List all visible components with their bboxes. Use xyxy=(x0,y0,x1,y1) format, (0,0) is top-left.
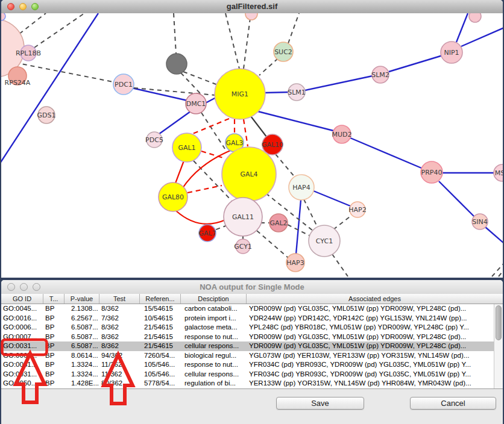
table-cell[interactable]: 1.3324... xyxy=(65,360,99,370)
network-node-label: SUC2 xyxy=(274,48,292,56)
table-cell[interactable]: BP xyxy=(43,314,65,323)
table-cell[interactable]: YER133W (pp) YOR315W, YNL145W (pd) YHR08… xyxy=(247,379,494,388)
table-cell[interactable]: cellular respons... xyxy=(181,370,247,379)
table-scrollbar[interactable] xyxy=(494,304,503,388)
column-header-associatededges[interactable]: Associated edges xyxy=(247,294,503,304)
table-cell[interactable]: YDR009W (pd) YGL035C, YML051W (pp) YDR00… xyxy=(247,304,494,314)
column-header-t[interactable]: T... xyxy=(43,294,65,304)
table-cell[interactable]: carbon cataboli... xyxy=(181,304,247,314)
scrollbar-thumb[interactable] xyxy=(496,305,502,340)
table-cell[interactable]: BP xyxy=(43,360,65,370)
table-cell[interactable]: 8/362 xyxy=(99,332,140,342)
network-node[interactable] xyxy=(166,54,187,74)
table-cell[interactable]: 6.5087... xyxy=(65,332,99,342)
network-edge xyxy=(332,254,348,276)
table-cell[interactable]: 1.428E... xyxy=(65,379,99,388)
table-cell[interactable]: BP xyxy=(43,332,65,342)
results-table: GO IDT...P-valueTestReferen...Desciption… xyxy=(1,294,503,388)
column-header-test[interactable]: Test xyxy=(99,294,140,304)
network-node-label: HAP4 xyxy=(292,184,310,192)
table-row[interactable]: GO:0016...BP6.2567...7/36210/54615protei… xyxy=(1,314,494,323)
table-cell[interactable]: 8/362 xyxy=(99,323,140,332)
table-cell[interactable]: BP xyxy=(43,351,65,361)
table-row[interactable]: GO:0045...BP2.1308...8/36215/54615carbon… xyxy=(1,304,494,314)
table-cell[interactable]: GO:0016... xyxy=(1,314,43,323)
table-cell[interactable]: 11/362 xyxy=(99,370,140,379)
network-node[interactable] xyxy=(1,13,5,20)
table-cell[interactable]: 11/362 xyxy=(99,360,140,370)
table-cell[interactable]: 8/362 xyxy=(99,341,140,351)
table-row[interactable]: GO:0065...BP8.0614...94/3627260/54...bio… xyxy=(1,351,494,361)
cancel-button[interactable]: Cancel xyxy=(410,397,496,410)
network-node-label: PDC5 xyxy=(145,136,163,144)
table-cell[interactable]: galactose meta... xyxy=(181,323,247,332)
table-cell[interactable]: BP xyxy=(43,304,65,314)
table-cell[interactable]: BP xyxy=(43,341,65,351)
table-cell[interactable]: 21/54615 xyxy=(140,341,181,351)
table-cell[interactable]: GO:0007... xyxy=(1,332,43,342)
table-cell[interactable]: biological regul... xyxy=(181,351,247,361)
table-cell[interactable]: GO:0006... xyxy=(1,323,43,332)
table-cell[interactable]: regulation of bi... xyxy=(181,379,247,388)
table-cell[interactable]: BP xyxy=(43,379,65,388)
table-cell[interactable]: BP xyxy=(43,323,65,332)
table-cell[interactable]: YPL248C (pd) YBR018C, YML051W (pp) YDR00… xyxy=(247,323,494,332)
table-cell[interactable]: 8/362 xyxy=(99,304,140,314)
network-edge xyxy=(183,72,221,86)
table-cell[interactable]: 6.5087... xyxy=(65,341,99,351)
table-cell[interactable]: GO:0031... xyxy=(1,360,43,370)
table-cell[interactable]: YDR009W (pd) YGL035C, YML051W (pp) YDR00… xyxy=(247,341,494,351)
table-cell[interactable]: GO:0031... xyxy=(1,370,43,379)
table-cell[interactable]: GO:0045... xyxy=(1,304,43,314)
table-cell[interactable]: 21/54615 xyxy=(140,323,181,332)
table-row[interactable]: GO:0031...BP6.5087...8/36221/54615cellul… xyxy=(1,341,494,351)
table-row[interactable]: GO:0031...BP1.3324...11/362105/546...cel… xyxy=(1,370,494,379)
table-cell[interactable]: 6.5087... xyxy=(65,323,99,332)
network-node[interactable] xyxy=(469,13,481,22)
table-cell[interactable]: BP xyxy=(43,370,65,379)
table-row[interactable]: GO:0007...BP6.5087...8/36221/54615respon… xyxy=(1,332,494,342)
table-cell[interactable]: protein import i... xyxy=(181,314,247,323)
network-canvas[interactable]: RPL18BRPS24AGDS1PDC1DMC1MIG1PDC5SUC2SLM1… xyxy=(1,13,503,278)
column-header-referen[interactable]: Referen... xyxy=(140,294,181,304)
table-cell[interactable]: 7/362 xyxy=(99,314,140,323)
table-cell[interactable]: 105/546... xyxy=(140,360,181,370)
table-cell[interactable]: 94/362 xyxy=(99,351,140,361)
save-button[interactable]: Save xyxy=(276,397,364,410)
table-cell[interactable]: 1.3324... xyxy=(65,370,99,379)
table-row[interactable]: GO:0006...BP6.5087...8/36221/54615galact… xyxy=(1,323,494,332)
table-row[interactable]: GO:0050...BP1.428E...80/3625778/54...reg… xyxy=(1,379,494,388)
table-cell[interactable]: 2.1308... xyxy=(65,304,99,314)
table-cell[interactable]: 6.2567... xyxy=(65,314,99,323)
table-cell[interactable]: response to nut... xyxy=(181,332,247,342)
table-cell[interactable]: 80/362 xyxy=(99,379,140,388)
network-window-titlebar[interactable]: galFiltered.sif xyxy=(1,0,503,14)
table-cell[interactable]: YDR009W (pd) YGL035C, YML051W (pp) YDR00… xyxy=(247,332,494,342)
table-cell[interactable]: YFR034C (pd) YBR093C, YDR009W (pd) YGL03… xyxy=(247,370,494,379)
table-cell[interactable]: GO:0031... xyxy=(1,341,43,351)
column-header-goid[interactable]: GO ID xyxy=(1,294,43,304)
table-cell[interactable]: GO:0050... xyxy=(1,379,43,388)
table-cell[interactable]: 105/546... xyxy=(140,370,181,379)
table-cell[interactable]: cellular respons... xyxy=(181,341,247,351)
table-cell[interactable]: response to nut... xyxy=(181,360,247,370)
table-cell[interactable]: YFR034C (pd) YBR093C, YDR009W (pd) YGL03… xyxy=(247,360,494,370)
table-cell[interactable]: GO:0065... xyxy=(1,351,43,361)
column-header-desciption[interactable]: Desciption xyxy=(181,294,247,304)
table-row[interactable]: GO:0031...BP1.3324...11/362105/546...res… xyxy=(1,360,494,370)
network-edge xyxy=(257,231,288,258)
table-cell[interactable]: 21/54615 xyxy=(140,332,181,342)
table-cell[interactable]: YDR244W (pp) YDR142C, YDR142C (pp) YGL15… xyxy=(247,314,494,323)
column-header-pvalue[interactable]: P-value xyxy=(65,294,99,304)
table-cell[interactable]: 10/54615 xyxy=(140,314,181,323)
network-edge xyxy=(225,13,239,69)
table-cell[interactable]: 15/54615 xyxy=(140,304,181,314)
network-edge xyxy=(174,13,176,54)
table-cell[interactable]: 7260/54... xyxy=(140,351,181,361)
network-node[interactable] xyxy=(245,13,257,20)
noa-window-titlebar[interactable]: NOA output for Single Mode xyxy=(1,280,503,295)
table-cell[interactable]: YGL073W (pd) YER103W, YER133W (pp) YOR31… xyxy=(247,351,494,361)
table-cell[interactable]: 5778/54... xyxy=(140,379,181,388)
network-node-label: PDC1 xyxy=(115,81,133,89)
table-cell[interactable]: 8.0614... xyxy=(65,351,99,361)
